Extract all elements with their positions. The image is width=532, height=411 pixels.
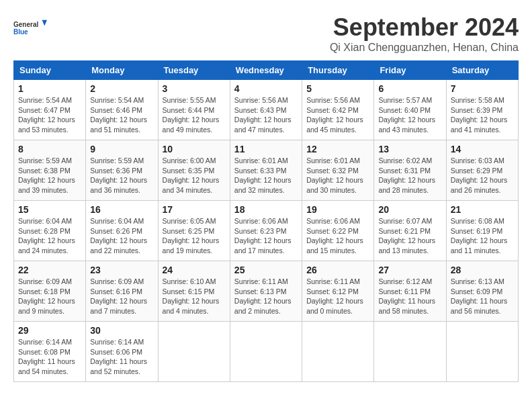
calendar-cell: 7 Sunrise: 5:58 AM Sunset: 6:39 PM Dayli… bbox=[446, 80, 518, 140]
day-info: Sunrise: 6:13 AM Sunset: 6:09 PM Dayligh… bbox=[451, 277, 514, 316]
day-info: Sunrise: 6:08 AM Sunset: 6:19 PM Dayligh… bbox=[451, 216, 514, 256]
day-number: 11 bbox=[234, 144, 298, 154]
day-info: Sunrise: 6:14 AM Sunset: 6:08 PM Dayligh… bbox=[18, 337, 81, 377]
day-number: 29 bbox=[18, 325, 81, 336]
calendar-cell: 13 Sunrise: 6:02 AM Sunset: 6:31 PM Dayl… bbox=[374, 140, 446, 201]
calendar-cell: 14 Sunrise: 6:03 AM Sunset: 6:29 PM Dayl… bbox=[446, 140, 518, 201]
day-info: Sunrise: 5:54 AM Sunset: 6:46 PM Dayligh… bbox=[90, 95, 153, 135]
day-info: Sunrise: 5:59 AM Sunset: 6:36 PM Dayligh… bbox=[90, 156, 153, 195]
month-title: September 2024 bbox=[330, 13, 519, 42]
day-info: Sunrise: 6:04 AM Sunset: 6:26 PM Dayligh… bbox=[90, 216, 153, 256]
day-info: Sunrise: 5:59 AM Sunset: 6:38 PM Dayligh… bbox=[18, 156, 81, 195]
day-info: Sunrise: 6:14 AM Sunset: 6:06 PM Dayligh… bbox=[90, 337, 153, 377]
day-info: Sunrise: 5:57 AM Sunset: 6:40 PM Dayligh… bbox=[378, 95, 441, 135]
day-number: 15 bbox=[18, 204, 81, 215]
col-thursday: Thursday bbox=[302, 61, 374, 80]
day-number: 20 bbox=[378, 204, 441, 215]
day-number: 7 bbox=[451, 83, 514, 94]
day-info: Sunrise: 6:03 AM Sunset: 6:29 PM Dayligh… bbox=[451, 156, 514, 195]
calendar-cell: 8 Sunrise: 5:59 AM Sunset: 6:38 PM Dayli… bbox=[14, 140, 86, 201]
day-number: 17 bbox=[163, 204, 226, 215]
day-number: 22 bbox=[18, 265, 81, 275]
calendar-cell: 22 Sunrise: 6:09 AM Sunset: 6:18 PM Dayl… bbox=[14, 261, 86, 322]
day-info: Sunrise: 5:56 AM Sunset: 6:43 PM Dayligh… bbox=[234, 95, 298, 135]
col-wednesday: Wednesday bbox=[230, 61, 302, 80]
day-number: 8 bbox=[18, 144, 81, 154]
day-number: 16 bbox=[90, 204, 153, 215]
day-info: Sunrise: 6:07 AM Sunset: 6:21 PM Dayligh… bbox=[378, 216, 441, 256]
calendar-header-row: Sunday Monday Tuesday Wednesday Thursday… bbox=[14, 61, 519, 80]
calendar-cell: 29 Sunrise: 6:14 AM Sunset: 6:08 PM Dayl… bbox=[14, 322, 86, 382]
day-info: Sunrise: 6:02 AM Sunset: 6:31 PM Dayligh… bbox=[378, 156, 441, 195]
page-header: General Blue September 2024 Qi Xian Chen… bbox=[13, 13, 519, 54]
day-number: 18 bbox=[234, 204, 298, 215]
calendar-cell: 28 Sunrise: 6:13 AM Sunset: 6:09 PM Dayl… bbox=[446, 261, 518, 322]
col-monday: Monday bbox=[86, 61, 158, 80]
day-info: Sunrise: 6:05 AM Sunset: 6:25 PM Dayligh… bbox=[163, 216, 226, 256]
calendar-cell: 4 Sunrise: 5:56 AM Sunset: 6:43 PM Dayli… bbox=[230, 80, 302, 140]
calendar-cell bbox=[158, 322, 230, 382]
title-block: September 2024 Qi Xian Chengguanzhen, He… bbox=[330, 13, 519, 54]
calendar-cell: 25 Sunrise: 6:11 AM Sunset: 6:13 PM Dayl… bbox=[230, 261, 302, 322]
calendar-cell: 6 Sunrise: 5:57 AM Sunset: 6:40 PM Dayli… bbox=[374, 80, 446, 140]
day-number: 2 bbox=[90, 83, 153, 94]
calendar-cell: 11 Sunrise: 6:01 AM Sunset: 6:33 PM Dayl… bbox=[230, 140, 302, 201]
calendar-cell: 16 Sunrise: 6:04 AM Sunset: 6:26 PM Dayl… bbox=[86, 201, 158, 261]
day-info: Sunrise: 6:06 AM Sunset: 6:22 PM Dayligh… bbox=[306, 216, 369, 256]
day-info: Sunrise: 5:54 AM Sunset: 6:47 PM Dayligh… bbox=[18, 95, 81, 135]
col-saturday: Saturday bbox=[446, 61, 518, 80]
calendar-cell bbox=[302, 322, 374, 382]
day-number: 21 bbox=[451, 204, 514, 215]
day-info: Sunrise: 6:06 AM Sunset: 6:23 PM Dayligh… bbox=[234, 216, 298, 256]
calendar-cell: 24 Sunrise: 6:10 AM Sunset: 6:15 PM Dayl… bbox=[158, 261, 230, 322]
logo-svg: General Blue bbox=[13, 13, 47, 44]
col-tuesday: Tuesday bbox=[158, 61, 230, 80]
calendar-cell: 20 Sunrise: 6:07 AM Sunset: 6:21 PM Dayl… bbox=[374, 201, 446, 261]
day-info: Sunrise: 6:09 AM Sunset: 6:18 PM Dayligh… bbox=[18, 277, 81, 316]
calendar-cell: 9 Sunrise: 5:59 AM Sunset: 6:36 PM Dayli… bbox=[86, 140, 158, 201]
week-row-3: 15 Sunrise: 6:04 AM Sunset: 6:28 PM Dayl… bbox=[14, 201, 519, 261]
day-number: 1 bbox=[18, 83, 81, 94]
calendar-cell: 19 Sunrise: 6:06 AM Sunset: 6:22 PM Dayl… bbox=[302, 201, 374, 261]
calendar-cell: 27 Sunrise: 6:12 AM Sunset: 6:11 PM Dayl… bbox=[374, 261, 446, 322]
logo: General Blue bbox=[13, 13, 47, 44]
day-number: 12 bbox=[306, 144, 369, 154]
calendar-cell: 10 Sunrise: 6:00 AM Sunset: 6:35 PM Dayl… bbox=[158, 140, 230, 201]
col-sunday: Sunday bbox=[14, 61, 86, 80]
day-number: 3 bbox=[163, 83, 226, 94]
calendar-cell bbox=[446, 322, 518, 382]
day-number: 13 bbox=[378, 144, 441, 154]
day-number: 14 bbox=[451, 144, 514, 154]
day-info: Sunrise: 6:04 AM Sunset: 6:28 PM Dayligh… bbox=[18, 216, 81, 256]
day-info: Sunrise: 6:01 AM Sunset: 6:33 PM Dayligh… bbox=[234, 156, 298, 195]
week-row-2: 8 Sunrise: 5:59 AM Sunset: 6:38 PM Dayli… bbox=[14, 140, 519, 201]
calendar-cell: 2 Sunrise: 5:54 AM Sunset: 6:46 PM Dayli… bbox=[86, 80, 158, 140]
day-number: 19 bbox=[306, 204, 369, 215]
svg-marker-2 bbox=[42, 20, 48, 26]
calendar-cell: 12 Sunrise: 6:01 AM Sunset: 6:32 PM Dayl… bbox=[302, 140, 374, 201]
day-number: 26 bbox=[306, 265, 369, 275]
svg-text:Blue: Blue bbox=[13, 28, 28, 36]
week-row-1: 1 Sunrise: 5:54 AM Sunset: 6:47 PM Dayli… bbox=[14, 80, 519, 140]
week-row-5: 29 Sunrise: 6:14 AM Sunset: 6:08 PM Dayl… bbox=[14, 322, 519, 382]
calendar-cell: 26 Sunrise: 6:11 AM Sunset: 6:12 PM Dayl… bbox=[302, 261, 374, 322]
svg-text:General: General bbox=[13, 21, 38, 28]
week-row-4: 22 Sunrise: 6:09 AM Sunset: 6:18 PM Dayl… bbox=[14, 261, 519, 322]
calendar-cell: 3 Sunrise: 5:55 AM Sunset: 6:44 PM Dayli… bbox=[158, 80, 230, 140]
day-info: Sunrise: 5:55 AM Sunset: 6:44 PM Dayligh… bbox=[163, 95, 226, 135]
day-info: Sunrise: 6:12 AM Sunset: 6:11 PM Dayligh… bbox=[378, 277, 441, 316]
day-number: 5 bbox=[306, 83, 369, 94]
day-number: 9 bbox=[90, 144, 153, 154]
day-number: 23 bbox=[90, 265, 153, 275]
day-number: 4 bbox=[234, 83, 298, 94]
day-number: 25 bbox=[234, 265, 298, 275]
calendar-table: Sunday Monday Tuesday Wednesday Thursday… bbox=[13, 60, 519, 382]
day-info: Sunrise: 6:10 AM Sunset: 6:15 PM Dayligh… bbox=[163, 277, 226, 316]
day-number: 28 bbox=[451, 265, 514, 275]
day-number: 27 bbox=[378, 265, 441, 275]
calendar-cell: 18 Sunrise: 6:06 AM Sunset: 6:23 PM Dayl… bbox=[230, 201, 302, 261]
location: Qi Xian Chengguanzhen, Henan, China bbox=[330, 42, 519, 54]
day-info: Sunrise: 6:11 AM Sunset: 6:12 PM Dayligh… bbox=[306, 277, 369, 316]
day-number: 10 bbox=[163, 144, 226, 154]
calendar-cell bbox=[230, 322, 302, 382]
